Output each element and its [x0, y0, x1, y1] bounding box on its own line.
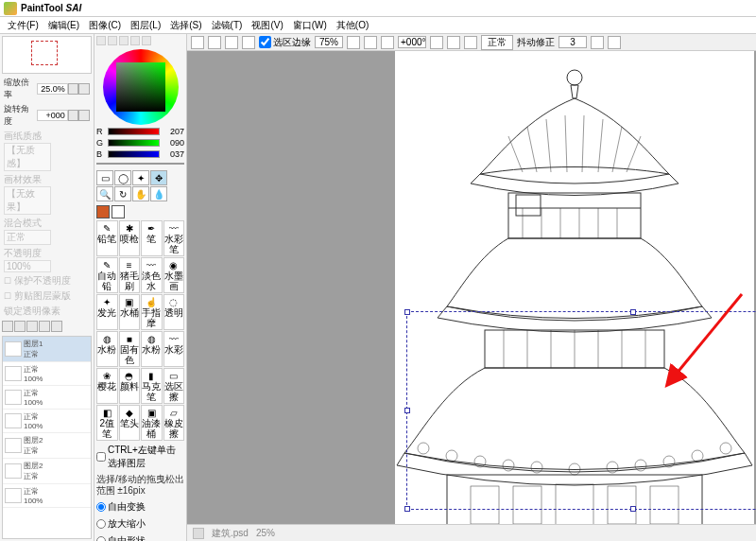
brush-sakura[interactable]: ❀樱花	[96, 368, 118, 404]
menu-image[interactable]: 图像(C)	[85, 19, 125, 32]
undo-button[interactable]	[191, 36, 204, 49]
svg-point-26	[418, 443, 429, 454]
blend-mode-display[interactable]: 正常	[481, 35, 513, 50]
brush-binary[interactable]: ◧2值笔	[96, 405, 118, 441]
menu-file[interactable]: 文件(F)	[4, 19, 43, 32]
title-bar: PaintTool SAI	[0, 0, 756, 17]
color-wheel-tab[interactable]	[96, 36, 106, 45]
zoom-in-button[interactable]	[68, 83, 79, 95]
clear-layer-button[interactable]	[51, 321, 62, 332]
menu-select[interactable]: 选择(S)	[166, 19, 205, 32]
hue-strip[interactable]	[96, 163, 184, 165]
zoom-value[interactable]: 25.0%	[37, 83, 68, 95]
new-layer-button[interactable]	[2, 321, 13, 332]
rotate-tool[interactable]: ↻	[114, 186, 131, 201]
blue-slider[interactable]: B 037	[96, 149, 184, 159]
layer-item[interactable]: 正常100%	[3, 386, 91, 410]
layer-list[interactable]: 图层1正常 正常100% 正常100% 正常100% 图层2正常 图层2正常	[2, 336, 92, 539]
layer-item[interactable]: 图层2正常	[3, 433, 91, 459]
brush-bristle[interactable]: ≡猪毛刷	[119, 257, 141, 293]
brush-tip[interactable]: ◆笔头	[119, 405, 141, 441]
move-tool[interactable]: ✥	[150, 170, 167, 185]
brush-pencil[interactable]: ✎铅笔	[96, 220, 118, 256]
svg-line-3	[546, 119, 551, 172]
deselect-button[interactable]	[225, 36, 238, 49]
brush-marker[interactable]: ▮马克笔	[141, 368, 163, 404]
brush-sel-erase[interactable]: ▭选区擦	[163, 368, 185, 404]
sel-edge-value[interactable]: 75%	[315, 36, 343, 48]
layer-item[interactable]: 正常100%	[3, 410, 91, 433]
zoom-out-tb-button[interactable]	[381, 36, 394, 49]
brush-smudge[interactable]: ☝手指摩	[141, 294, 163, 330]
brush-airbrush[interactable]: ✱喷枪	[119, 220, 141, 256]
menu-edit[interactable]: 编辑(E)	[44, 19, 83, 32]
rect-select-tool[interactable]: ▭	[96, 170, 113, 185]
transform-scale[interactable]: 放大缩小	[96, 516, 184, 532]
brush-gouache[interactable]: ◍水粉	[96, 331, 118, 367]
brush-watercolor[interactable]: 〰水彩笔	[163, 220, 185, 256]
lasso-tool[interactable]: ◯	[114, 170, 131, 185]
ctrl-click-option[interactable]: CTRL+左键单击选择图层	[96, 443, 184, 471]
brush-bucket[interactable]: ▣水桶	[119, 294, 141, 330]
stabilize-up-button[interactable]	[591, 36, 604, 49]
menu-other[interactable]: 其他(O)	[333, 19, 372, 32]
brush-paint-bucket[interactable]: ▣油漆桶	[141, 405, 163, 441]
brush-watercolor2[interactable]: 〰水彩	[163, 331, 185, 367]
zoom-fit-button[interactable]	[347, 36, 360, 49]
layer-item[interactable]: 图层2正常	[3, 459, 91, 484]
canvas[interactable]	[395, 51, 754, 541]
zoom-out-button[interactable]	[78, 83, 90, 95]
menu-layer[interactable]: 图层(L)	[127, 19, 164, 32]
hsv-slider-tab[interactable]	[119, 36, 129, 45]
drag-range-note: 选择/移动的拖曳松出范围 ±16pix	[96, 473, 184, 497]
zoom-in-tb-button[interactable]	[364, 36, 377, 49]
merge-down-button[interactable]	[26, 321, 38, 332]
brush-eraser[interactable]: ▱橡皮擦	[163, 405, 185, 441]
brush-light-water[interactable]: 〰淡色水	[141, 257, 163, 293]
sel-edge-option[interactable]: 选区边缘	[259, 36, 311, 49]
brush-paint[interactable]: ◓颜料	[119, 368, 141, 404]
stabilize-value[interactable]: 3	[558, 36, 587, 48]
zoom-tool[interactable]: 🔍	[96, 186, 113, 201]
brush-glow[interactable]: ✦发光	[96, 294, 118, 330]
hand-tool[interactable]: ✋	[132, 186, 149, 201]
brush-transparent[interactable]: ◌透明	[163, 294, 185, 330]
brush-flat-color[interactable]: ■固有色	[119, 331, 141, 367]
transform-free[interactable]: 自由变换	[96, 499, 184, 515]
foreground-swatch[interactable]	[96, 205, 110, 218]
redo-button[interactable]	[208, 36, 221, 49]
red-slider[interactable]: R 207	[96, 127, 184, 136]
rgb-slider-tab[interactable]	[108, 36, 117, 45]
menu-filter[interactable]: 滤镜(T)	[208, 19, 247, 32]
transform-freeform[interactable]: 自由形状	[96, 533, 184, 541]
color-wheel[interactable]	[96, 49, 184, 125]
green-slider[interactable]: G 090	[96, 138, 184, 148]
stabilize-down-button[interactable]	[608, 36, 621, 49]
flip-tb-button[interactable]	[464, 36, 477, 49]
magic-wand-tool[interactable]: ✦	[132, 170, 149, 185]
invert-sel-button[interactable]	[242, 36, 255, 49]
delete-layer-button[interactable]	[39, 321, 50, 332]
brush-ink[interactable]: ◉水墨画	[163, 257, 185, 293]
brush-auto-pencil[interactable]: ✎自动铅	[96, 257, 118, 293]
brush-pen[interactable]: ✒笔	[141, 220, 163, 256]
layer-item[interactable]: 图层1正常	[3, 337, 91, 362]
eyedropper-tool[interactable]: 💧	[150, 186, 167, 201]
layer-item[interactable]: 正常100%	[3, 484, 91, 508]
swatches-tab[interactable]	[130, 36, 140, 45]
new-folder-button[interactable]	[14, 321, 26, 332]
menu-window[interactable]: 窗口(W)	[289, 19, 331, 32]
scratchpad-tab[interactable]	[142, 36, 151, 45]
navigator-preview[interactable]	[2, 36, 92, 74]
rotate-cw-button[interactable]	[78, 110, 90, 121]
layer-item[interactable]: 正常100%	[3, 362, 91, 386]
rotate-ccw-tb-button[interactable]	[430, 36, 443, 49]
background-swatch[interactable]	[112, 205, 125, 218]
brush-gouache2[interactable]: ◍水粉	[141, 331, 163, 367]
rotate-ccw-button[interactable]	[68, 110, 79, 121]
angle-value[interactable]: +000	[37, 110, 68, 121]
canvas-angle-value[interactable]: +000°	[398, 36, 426, 48]
rotate-cw-tb-button[interactable]	[447, 36, 460, 49]
svg-point-34	[663, 456, 675, 467]
menu-view[interactable]: 视图(V)	[248, 19, 286, 32]
